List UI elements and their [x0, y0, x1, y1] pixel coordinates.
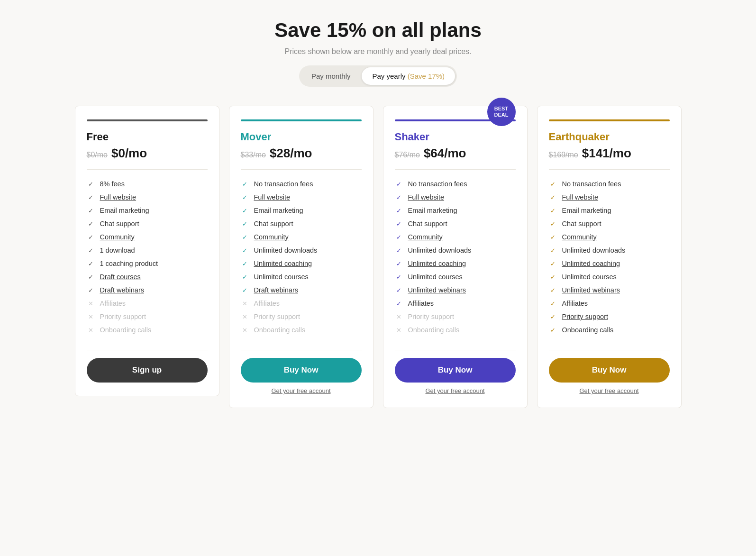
pay-yearly-button[interactable]: Pay yearly (Save 17%): [362, 67, 455, 85]
buy-button-shaker[interactable]: Buy Now: [395, 358, 516, 383]
feature-text-shaker-2: Email marketing: [408, 207, 457, 214]
feature-text-mover-5: Unlimited downloads: [254, 246, 318, 254]
feature-item-earthquaker-9: ✓Affiliates: [549, 297, 670, 310]
best-deal-line1: BEST: [494, 106, 508, 112]
free-account-link-shaker[interactable]: Get your free account: [425, 387, 484, 394]
feature-text-free-1: Full website: [100, 193, 137, 201]
feature-text-free-9: Affiliates: [100, 300, 126, 307]
feature-text-earthquaker-1: Full website: [562, 193, 599, 201]
feature-item-shaker-4: ✓Community: [395, 230, 516, 244]
feature-text-shaker-10: Priority support: [408, 313, 455, 320]
feature-item-shaker-10: ✕Priority support: [395, 310, 516, 323]
feature-text-free-10: Priority support: [100, 313, 146, 320]
check-icon-free-6: ✓: [87, 259, 95, 268]
check-icon-mover-0: ✓: [241, 180, 249, 188]
plan-top-bar-earthquaker: [549, 119, 670, 121]
feature-item-earthquaker-1: ✓Full website: [549, 191, 670, 204]
feature-item-mover-10: ✕Priority support: [241, 310, 362, 323]
price-old-shaker: $76/mo: [395, 151, 420, 159]
plan-actions-shaker: Buy NowGet your free account: [395, 350, 516, 394]
feature-text-mover-11: Onboarding calls: [254, 326, 306, 334]
feature-text-free-6: 1 coaching product: [100, 260, 158, 267]
feature-item-shaker-5: ✓Unlimited downloads: [395, 244, 516, 257]
feature-text-mover-7: Unlimited courses: [254, 273, 309, 281]
plan-pricing-mover: $33/mo $28/mo: [241, 146, 362, 161]
plan-name-mover: Mover: [241, 131, 362, 143]
plans-container: Free $0/mo $0/mo ✓8% fees✓Full website✓E…: [70, 106, 686, 408]
feature-text-free-2: Email marketing: [100, 207, 149, 214]
check-icon-earthquaker-5: ✓: [549, 246, 557, 255]
plan-card-mover: Mover $33/mo $28/mo ✓No transaction fees…: [229, 106, 373, 408]
feature-text-earthquaker-3: Chat support: [562, 220, 601, 228]
feature-item-earthquaker-11: ✓Onboarding calls: [549, 323, 670, 337]
feature-text-shaker-5: Unlimited downloads: [408, 246, 472, 254]
feature-item-free-10: ✕Priority support: [87, 310, 208, 323]
feature-text-mover-4: Community: [254, 233, 289, 241]
feature-text-free-3: Chat support: [100, 220, 139, 228]
check-icon-earthquaker-4: ✓: [549, 233, 557, 241]
price-new-free: $0/mo: [111, 146, 147, 161]
feature-item-mover-7: ✓Unlimited courses: [241, 270, 362, 283]
feature-text-earthquaker-9: Affiliates: [562, 300, 588, 307]
check-icon-free-2: ✓: [87, 206, 95, 215]
x-icon-mover-11: ✕: [241, 326, 249, 334]
features-list-mover: ✓No transaction fees✓Full website✓Email …: [241, 177, 362, 337]
feature-item-shaker-0: ✓No transaction fees: [395, 177, 516, 191]
free-account-link-earthquaker[interactable]: Get your free account: [579, 387, 638, 394]
check-icon-earthquaker-11: ✓: [549, 326, 557, 334]
check-icon-earthquaker-1: ✓: [549, 193, 557, 201]
pay-yearly-label: Pay yearly: [372, 72, 405, 80]
price-old-free: $0/mo: [87, 151, 108, 159]
plan-pricing-shaker: $76/mo $64/mo: [395, 146, 516, 161]
feature-text-free-0: 8% fees: [100, 180, 125, 188]
feature-text-shaker-11: Onboarding calls: [408, 326, 460, 334]
check-icon-mover-6: ✓: [241, 259, 249, 268]
feature-text-mover-6: Unlimited coaching: [254, 260, 312, 267]
feature-text-mover-8: Draft webinars: [254, 286, 298, 294]
feature-text-mover-3: Chat support: [254, 220, 293, 228]
plan-divider-free: [87, 169, 208, 170]
buy-button-mover[interactable]: Buy Now: [241, 358, 362, 383]
feature-item-earthquaker-4: ✓Community: [549, 230, 670, 244]
feature-item-free-4: ✓Community: [87, 230, 208, 244]
buy-button-free[interactable]: Sign up: [87, 358, 208, 383]
page-wrapper: Save 15% on all plans Prices shown below…: [9, 19, 747, 408]
feature-item-free-8: ✓Draft webinars: [87, 283, 208, 297]
plan-card-earthquaker: Earthquaker $169/mo $141/mo ✓No transact…: [537, 106, 682, 408]
plan-actions-earthquaker: Buy NowGet your free account: [549, 350, 670, 394]
feature-text-free-5: 1 download: [100, 246, 135, 254]
check-icon-shaker-1: ✓: [395, 193, 403, 201]
best-deal-line2: DEAL: [494, 112, 509, 118]
buy-button-earthquaker[interactable]: Buy Now: [549, 358, 670, 383]
plan-name-free: Free: [87, 131, 208, 143]
feature-item-shaker-7: ✓Unlimited courses: [395, 270, 516, 283]
pay-monthly-button[interactable]: Pay monthly: [301, 67, 361, 85]
plan-actions-mover: Buy NowGet your free account: [241, 350, 362, 394]
feature-text-shaker-6: Unlimited coaching: [408, 260, 466, 267]
feature-text-mover-1: Full website: [254, 193, 291, 201]
check-icon-earthquaker-0: ✓: [549, 180, 557, 188]
plan-pricing-free: $0/mo $0/mo: [87, 146, 208, 161]
feature-text-earthquaker-11: Onboarding calls: [562, 326, 614, 334]
feature-item-mover-1: ✓Full website: [241, 191, 362, 204]
plan-divider-shaker: [395, 169, 516, 170]
feature-text-mover-9: Affiliates: [254, 300, 280, 307]
plan-pricing-earthquaker: $169/mo $141/mo: [549, 146, 670, 161]
billing-toggle: Pay monthly Pay yearly (Save 17%): [299, 65, 457, 87]
feature-text-shaker-0: No transaction fees: [408, 180, 467, 188]
check-icon-free-4: ✓: [87, 233, 95, 241]
feature-text-earthquaker-10: Priority support: [562, 313, 609, 320]
feature-text-mover-0: No transaction fees: [254, 180, 313, 188]
feature-item-shaker-8: ✓Unlimited webinars: [395, 283, 516, 297]
check-icon-free-3: ✓: [87, 219, 95, 228]
feature-text-mover-10: Priority support: [254, 313, 301, 320]
feature-text-mover-2: Email marketing: [254, 207, 303, 214]
x-icon-free-11: ✕: [87, 326, 95, 334]
plan-actions-free: Sign up: [87, 350, 208, 383]
plan-top-bar-mover: [241, 119, 362, 121]
check-icon-shaker-7: ✓: [395, 273, 403, 281]
free-account-link-mover[interactable]: Get your free account: [271, 387, 330, 394]
price-old-mover: $33/mo: [241, 151, 266, 159]
check-icon-shaker-0: ✓: [395, 180, 403, 188]
feature-text-earthquaker-7: Unlimited courses: [562, 273, 617, 281]
